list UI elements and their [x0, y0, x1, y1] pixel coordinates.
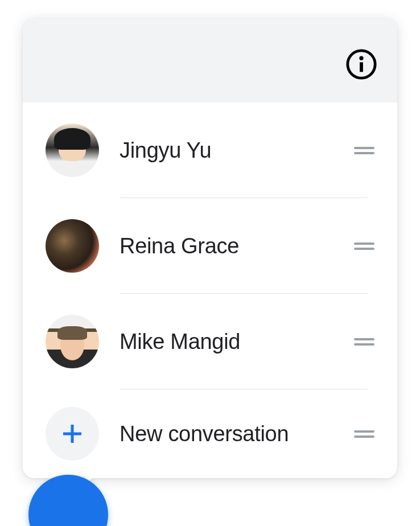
info-icon — [345, 48, 378, 81]
avatar — [46, 315, 99, 368]
conversation-name: Jingyu Yu — [120, 138, 211, 163]
svg-rect-2 — [360, 62, 363, 72]
plus-icon — [59, 420, 86, 447]
avatar — [46, 124, 99, 177]
conversation-item[interactable]: Mike Mangid — [23, 294, 397, 389]
conversation-name: Mike Mangid — [120, 330, 240, 354]
conversation-content: Reina Grace — [120, 198, 345, 294]
new-conversation-item[interactable]: New conversation — [23, 389, 397, 478]
conversation-name: Reina Grace — [120, 234, 239, 258]
drag-handle-icon[interactable] — [354, 338, 374, 346]
popup-header — [23, 18, 397, 102]
avatar — [46, 219, 99, 273]
drag-handle-icon[interactable] — [354, 147, 374, 154]
conversation-content: Jingyu Yu — [120, 102, 345, 198]
conversation-popup: Jingyu Yu Reina Grace — [23, 18, 397, 478]
add-avatar — [46, 407, 99, 461]
svg-point-1 — [359, 56, 363, 60]
fab-button[interactable] — [28, 475, 108, 526]
new-conversation-label: New conversation — [120, 422, 289, 446]
info-button[interactable] — [345, 48, 378, 81]
conversation-item[interactable]: Jingyu Yu — [23, 102, 397, 198]
popup-inner: Jingyu Yu Reina Grace — [23, 18, 397, 478]
conversation-content: Mike Mangid — [120, 294, 345, 389]
conversation-content: New conversation — [120, 389, 345, 478]
drag-handle-icon[interactable] — [354, 243, 374, 250]
drag-handle-icon[interactable] — [354, 430, 374, 438]
conversation-item[interactable]: Reina Grace — [23, 198, 397, 294]
conversation-list: Jingyu Yu Reina Grace — [23, 102, 397, 478]
